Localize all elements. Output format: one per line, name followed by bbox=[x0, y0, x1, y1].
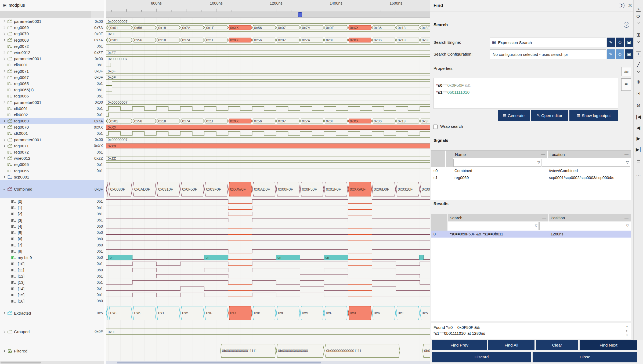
generate-button[interactable]: ▤ Generate bbox=[498, 110, 530, 121]
signal-tree-item-reg0065[interactable]: reg00650b1 bbox=[0, 161, 104, 168]
scroll-thumb-icon[interactable]: ● bbox=[626, 329, 628, 332]
search-settings-icon[interactable]: ≡ bbox=[634, 158, 643, 164]
engine-dialog-button[interactable]: ▣ bbox=[625, 38, 633, 47]
filter-funnel-icon[interactable]: ▽ bbox=[535, 224, 537, 228]
waveform-row--0-[interactable] bbox=[106, 199, 430, 203]
signal-tree-item--15-[interactable]: [15]0b1 bbox=[0, 292, 104, 298]
column-resize-icon[interactable]: — bbox=[624, 216, 628, 220]
signal-tree-item-reg0068[interactable]: reg00680x7A bbox=[0, 37, 104, 43]
signal-tree-item-parameter0001[interactable]: parameter00010x00 bbox=[0, 56, 104, 62]
expand-chevron-icon[interactable] bbox=[2, 331, 5, 333]
expand-chevron-icon[interactable] bbox=[2, 20, 5, 22]
location-filter-input[interactable]: ▽ bbox=[542, 159, 630, 167]
open-editor-button[interactable]: ✎ Open editor bbox=[531, 110, 568, 121]
ruler-icon[interactable]: ╱ bbox=[634, 62, 643, 67]
signal-tree-item-clk0001[interactable]: clk00010b1 bbox=[0, 130, 104, 136]
signal-tree-item--4-[interactable]: [4]0b0 bbox=[0, 223, 104, 230]
results-table-row[interactable]: 0*s0==0x0F50F && *s1==0b0111280ns bbox=[431, 231, 631, 238]
signal-tree-item-parameter0001[interactable]: parameter00010x00 bbox=[0, 18, 104, 24]
expand-chevron-icon[interactable] bbox=[2, 157, 5, 159]
edit-config-button[interactable]: ✎ bbox=[607, 49, 615, 59]
waveform-row-reg0068[interactable]: 0x010x560x180x7A0x1F0xXX0x560x070x7A0x0F… bbox=[106, 38, 430, 42]
tree-column-header[interactable] bbox=[0, 11, 104, 18]
waveform-row-reg0065[interactable] bbox=[106, 82, 430, 85]
signal-tree-item-parameter0001[interactable]: parameter00010x00 bbox=[0, 99, 104, 105]
signal-tree-item-filtered[interactable]: Filtered bbox=[0, 341, 104, 361]
signal-tree-item--8-[interactable]: [8]0b1 bbox=[0, 248, 104, 254]
waveform-row--14-[interactable] bbox=[106, 287, 430, 290]
position-filter-input[interactable]: ▽ bbox=[539, 222, 630, 230]
expand-chevron-icon[interactable] bbox=[2, 176, 5, 178]
waveform-row-combined[interactable]: 0x0030F0x0AD0F0x0310F0x0F50F0x03F0F0xXX#… bbox=[106, 182, 430, 196]
waveform-row-reg0071[interactable]: 0x0F bbox=[106, 69, 430, 73]
waveform-row--8-[interactable] bbox=[106, 249, 430, 253]
signal-tree-item-reg0072[interactable]: reg00720b1 bbox=[0, 149, 104, 155]
signal-tree-item-reg0071[interactable]: reg00710x0F bbox=[0, 68, 104, 74]
waveform-row-reg0069[interactable]: 0x010x560x180x7A0x1F0xXX0x560x070x7A0x0F… bbox=[106, 119, 430, 123]
waveform-row-parameter0001[interactable]: 0x00000007 bbox=[106, 100, 430, 104]
go-to-end-icon[interactable]: ▶| bbox=[634, 147, 643, 152]
search-filter-input[interactable]: ▽ bbox=[448, 222, 539, 230]
signal-tree-item-my-bit-9[interactable]: my bit 90b0 bbox=[0, 254, 104, 261]
results-position-column-header[interactable]: Position— bbox=[549, 214, 631, 221]
waveform-row-wire0012[interactable]: 0xZZ bbox=[106, 50, 430, 55]
expand-chevron-icon[interactable] bbox=[2, 139, 5, 141]
expand-chevron-icon[interactable] bbox=[2, 52, 5, 53]
name-filter-input[interactable]: ▽ bbox=[453, 159, 541, 167]
expand-chevron-icon[interactable] bbox=[2, 126, 5, 128]
clear-engine-button[interactable]: ◇ bbox=[616, 38, 624, 47]
signal-tree-item--2-[interactable]: [2]0b1 bbox=[0, 211, 104, 217]
expand-chevron-icon[interactable] bbox=[2, 120, 5, 122]
signal-tree-item-reg0065[interactable]: reg00650b1 bbox=[0, 81, 104, 87]
scroll-up-icon[interactable]: ▲ bbox=[626, 325, 628, 327]
search-expression-editor[interactable]: *s0==0x0F50F &&*s1==0b01111010 bbox=[433, 78, 618, 108]
waveform-row--13-[interactable] bbox=[106, 281, 430, 284]
scroll-down-icon[interactable]: ▼ bbox=[626, 334, 628, 337]
waveform-row-grouped[interactable]: 0x0F bbox=[106, 329, 430, 335]
expand-chevron-icon[interactable] bbox=[2, 70, 5, 72]
chevron-down-icon[interactable] bbox=[637, 70, 640, 72]
search-engine-field[interactable]: ▦ Expression Search bbox=[490, 38, 606, 47]
signal-tree-item-reg0071[interactable]: reg00710xXX bbox=[0, 143, 104, 149]
discard-button[interactable]: Discard bbox=[432, 352, 531, 362]
waveform-canvas[interactable]: 0x000000070x010x560x180x7A0x1F0xXX0x560x… bbox=[106, 18, 430, 361]
find-next-button[interactable]: Find Next bbox=[580, 340, 637, 350]
signals-location-column-header[interactable]: Location— bbox=[548, 151, 631, 158]
waveform-row-clk0001[interactable] bbox=[106, 63, 430, 67]
signal-tree-item--5-[interactable]: [5]0b0 bbox=[0, 230, 104, 236]
zoom-in-icon[interactable]: ⊕ bbox=[634, 79, 643, 85]
value-column-header[interactable] bbox=[91, 11, 104, 18]
expand-chevron-icon[interactable] bbox=[2, 77, 5, 78]
signal-tree-item--16-[interactable]: [16]0b0 bbox=[0, 298, 104, 304]
sidebar-splitter[interactable] bbox=[104, 0, 106, 364]
signal-tree-item-reg0069[interactable]: reg00690x7A bbox=[0, 118, 104, 124]
signal-tree-item-reg0069[interactable]: reg00690x7A bbox=[0, 24, 104, 31]
waveform-view-icon[interactable]: ∿ bbox=[634, 5, 643, 12]
signals-name-column-header[interactable]: Name— bbox=[453, 151, 547, 158]
wrap-search-checkbox[interactable] bbox=[433, 125, 438, 129]
signal-tree-item--3-[interactable]: [3]0b1 bbox=[0, 217, 104, 223]
zoom-out-icon[interactable]: ⊖ bbox=[634, 102, 643, 108]
waveform-row-reg0069[interactable]: 0x010x560x180x7A0x1F0xXX0x560x070x7A0x0F… bbox=[106, 25, 430, 30]
signal-tree-item-reg0066[interactable]: reg00660b1 bbox=[0, 93, 104, 99]
zoom-fit-icon[interactable]: ⊡ bbox=[634, 90, 643, 96]
expand-chevron-icon[interactable] bbox=[2, 101, 5, 103]
scrollbar-thumb[interactable] bbox=[117, 362, 321, 363]
waveform-row-clk0001[interactable] bbox=[106, 107, 430, 110]
signal-tree-item-reg0067[interactable]: reg00670x0F bbox=[0, 74, 104, 81]
signal-tree-item-parameter0001[interactable]: parameter00010x00 bbox=[0, 137, 104, 143]
signal-tree-item-wire0012[interactable]: wire00120xZZ bbox=[0, 49, 104, 56]
signal-tree-item-extracted[interactable]: Extracted0x5 bbox=[0, 304, 104, 322]
go-to-start-icon[interactable]: |◀ bbox=[634, 114, 643, 119]
signal-tree-item--10-[interactable]: [10]0b1 bbox=[0, 261, 104, 267]
signal-tree-item--13-[interactable]: [13]0b1 bbox=[0, 279, 104, 285]
sidebar-horizontal-scrollbar[interactable] bbox=[0, 361, 104, 364]
search-config-field[interactable]: No configuration selected - uses search … bbox=[490, 49, 606, 59]
expand-chevron-icon[interactable] bbox=[2, 58, 5, 60]
clear-config-button[interactable]: ◇ bbox=[616, 49, 624, 59]
waveform-row--11-[interactable] bbox=[106, 268, 430, 272]
expand-chevron-icon[interactable] bbox=[2, 39, 5, 41]
more-icon[interactable]: ⋯ bbox=[634, 173, 643, 178]
signal-tree-item-clk0001[interactable]: clk00010b1 bbox=[0, 62, 104, 68]
filter-funnel-icon[interactable]: ▽ bbox=[626, 160, 629, 164]
